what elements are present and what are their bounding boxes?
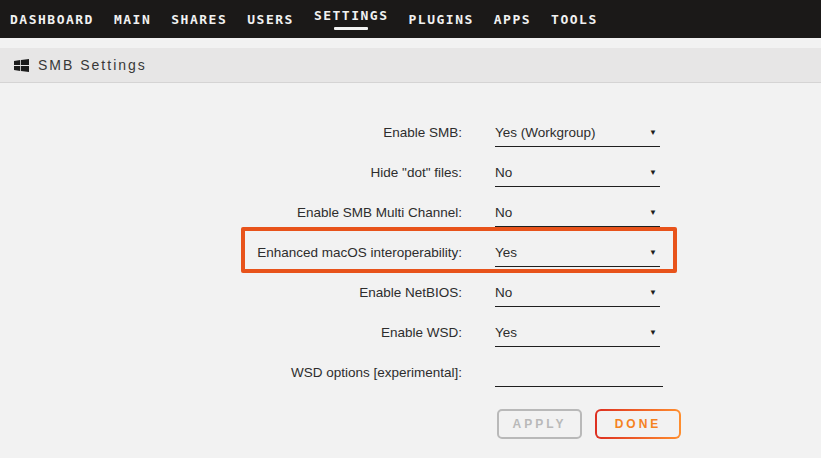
dropdown-arrow-icon: ▼	[649, 284, 660, 301]
apply-button[interactable]: APPLY	[497, 409, 582, 439]
windows-logo-icon	[14, 59, 29, 72]
form-row: WSD options [experimental]:	[0, 360, 821, 400]
nav-item-settings[interactable]: SETTINGS	[314, 0, 389, 38]
wsd-options-input[interactable]	[495, 364, 663, 387]
nav-item-label: SHARES	[171, 12, 227, 27]
dropdown-arrow-icon: ▼	[649, 244, 660, 261]
field-label: Enhanced macOS interoperability:	[0, 244, 462, 261]
nav-item-label: TOOLS	[551, 12, 598, 27]
dropdown-arrow-icon: ▼	[649, 324, 660, 341]
page-title: SMB Settings	[38, 57, 147, 73]
field-control: Yes▼	[495, 244, 660, 267]
nav-item-label: PLUGINS	[409, 12, 474, 27]
done-button-label: DONE	[597, 411, 679, 437]
select-value: No	[495, 164, 512, 181]
top-nav: DASHBOARD MAIN SHARES USERS SETTINGS PLU…	[0, 0, 821, 38]
field-control: No▼	[495, 204, 660, 227]
form-row: Enable NetBIOS: No▼	[0, 280, 821, 320]
select-hide-dot-files[interactable]: No▼	[495, 164, 660, 187]
nav-item-label: APPS	[494, 12, 531, 27]
select-value: Yes (Workgroup)	[495, 124, 596, 141]
select-value: No	[495, 204, 512, 221]
nav-item-users[interactable]: USERS	[247, 0, 294, 38]
nav-item-label: SETTINGS	[314, 8, 389, 23]
field-control: No▼	[495, 284, 660, 307]
nav-item-apps[interactable]: APPS	[494, 0, 531, 38]
field-label: WSD options [experimental]:	[0, 364, 462, 381]
select-value: Yes	[495, 324, 517, 341]
select-enable-smb[interactable]: Yes (Workgroup)▼	[495, 124, 660, 147]
page-title-bar: SMB Settings	[0, 48, 821, 83]
select-enable-wsd[interactable]: Yes▼	[495, 324, 660, 347]
select-enhanced-macos-interoperability[interactable]: Yes▼	[495, 244, 660, 267]
nav-item-label: MAIN	[114, 12, 151, 27]
dropdown-arrow-icon: ▼	[649, 124, 660, 141]
smb-settings-form: Enable SMB: Yes (Workgroup)▼ Hide "dot" …	[0, 83, 821, 400]
field-label: Enable WSD:	[0, 324, 462, 341]
nav-item-dashboard[interactable]: DASHBOARD	[10, 0, 94, 38]
select-enable-smb-multi-channel[interactable]: No▼	[495, 204, 660, 227]
select-value: Yes	[495, 244, 517, 261]
done-button[interactable]: DONE	[595, 409, 681, 439]
field-control: Yes▼	[495, 324, 660, 347]
field-label: Hide "dot" files:	[0, 164, 462, 181]
nav-item-main[interactable]: MAIN	[114, 0, 151, 38]
select-enable-netbios[interactable]: No▼	[495, 284, 660, 307]
nav-item-label: DASHBOARD	[10, 12, 94, 27]
dropdown-arrow-icon: ▼	[649, 164, 660, 181]
form-row: Enhanced macOS interoperability: Yes▼	[0, 240, 821, 280]
form-button-row: APPLY DONE	[497, 409, 821, 439]
field-label: Enable NetBIOS:	[0, 284, 462, 301]
field-label: Enable SMB Multi Channel:	[0, 204, 462, 221]
field-control: No▼	[495, 164, 660, 187]
field-label: Enable SMB:	[0, 124, 462, 141]
field-control: Yes (Workgroup)▼	[495, 124, 660, 147]
title-gap	[0, 38, 821, 48]
form-row: Enable SMB: Yes (Workgroup)▼	[0, 120, 821, 160]
select-value: No	[495, 284, 512, 301]
dropdown-arrow-icon: ▼	[649, 204, 660, 221]
nav-item-tools[interactable]: TOOLS	[551, 0, 598, 38]
form-row: Enable SMB Multi Channel: No▼	[0, 200, 821, 240]
nav-item-plugins[interactable]: PLUGINS	[409, 0, 474, 38]
nav-item-shares[interactable]: SHARES	[171, 0, 227, 38]
form-row: Hide "dot" files: No▼	[0, 160, 821, 200]
nav-item-label: USERS	[247, 12, 294, 27]
form-row: Enable WSD: Yes▼	[0, 320, 821, 360]
active-tab-underline	[334, 27, 368, 30]
field-control	[495, 364, 663, 387]
